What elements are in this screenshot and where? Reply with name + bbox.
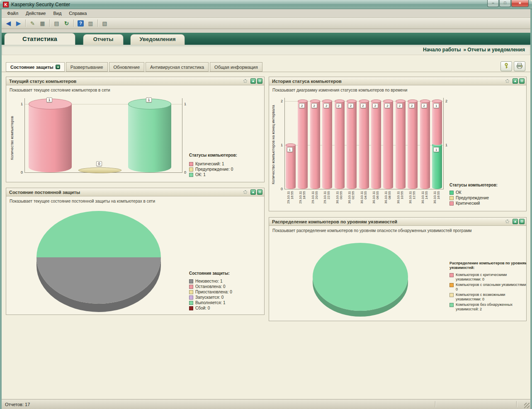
report-icon: ▤ [54,20,59,27]
panel-realtime-protection-status: Состояние постоянной защиты ▲ ⚙ Показыва… [6,188,265,315]
axis-line [284,98,285,189]
x-axis-label: 30.10.11 08:55 [384,191,392,211]
bar-value-label: 2 [311,103,317,108]
y-axis-title: Количество компьютеров на конец интервал… [271,95,275,194]
collapse-icon: ▲ [514,79,517,83]
panel-title: История статуса компьютеров [272,79,505,84]
statusbar-separator [516,401,517,407]
legend-swatch [189,162,193,166]
breadcrumb-link-getting-started[interactable]: Начало работы [423,47,461,53]
panel-settings-button[interactable]: ⚙ [257,78,262,84]
close-button[interactable]: × [511,0,529,7]
legend-swatch [189,173,193,177]
collapse-panel-button[interactable]: ▲ [513,78,518,84]
panel-title: Текущий статус компьютеров [9,79,243,84]
legend-swatch [189,301,193,305]
legend-title: Распределение компьютеров по уровням уяз… [449,261,527,270]
panel-computer-status-history: История статуса компьютеров ▲ ⚙ Показыва… [269,77,527,211]
panel-settings-button[interactable]: ⚙ [519,78,525,84]
bar-top-ellipse [310,99,320,103]
bar-top-ellipse [420,99,430,103]
bar-value-label: 2 [421,103,427,108]
gear-icon: ⚙ [520,79,523,83]
collapse-panel-button[interactable]: ▲ [250,189,256,195]
x-axis-label: 30.10.11 10:55 [396,191,405,211]
toolbar: ◀▶✎▦▤↻?▥▧ [2,18,530,29]
collapse-icon: ▲ [252,190,255,194]
axis-tick-label: 0 [14,170,23,174]
axis-tick-label: 2 [445,99,454,103]
x-axis-label: 30.10.11 04:55 [360,191,368,211]
subtab-general-info[interactable]: Общая информация [210,62,262,72]
bar-segment [322,101,332,189]
menu-view[interactable]: Вид [49,10,65,17]
panel-title: Распределение компьютеров по уровням уяз… [272,219,505,224]
loading-spinner-icon [243,79,247,83]
license-key-button[interactable] [500,61,512,71]
axis-tick-label: 1 [14,102,23,106]
key-icon [503,63,510,70]
bar-segment [347,101,357,189]
legend-label: Компьютеров без обнаруженных уязвимостей… [456,303,527,312]
legend-label: Запускается: 0 [195,295,223,300]
update-button[interactable]: ✎ [28,19,37,28]
legend-swatch [449,303,454,307]
legend-item: ОК: 1 [189,172,206,177]
statusbar-separator [435,401,435,407]
subtab-label: Антивирусная статистика [150,65,204,70]
print-report-button[interactable] [514,61,525,71]
menu-action[interactable]: Действие [22,10,49,17]
refresh-button[interactable]: ↻ [62,19,71,28]
bar-top-ellipse [335,99,345,103]
back-button[interactable]: ◀ [4,19,13,28]
panel-settings-button[interactable]: ⚙ [257,189,262,195]
tab-reports[interactable]: Отчеты [83,34,124,45]
tab-notifications[interactable]: Уведомления [130,34,185,45]
help-button[interactable]: ? [76,19,85,28]
panel-settings-button[interactable]: ⚙ [519,219,525,224]
bar-top-ellipse [322,99,332,103]
x-axis-label: 29.10.11 16:55 [287,191,295,211]
bar-value-label: 1 [433,147,439,152]
breadcrumb-current-reports[interactable]: Отчеты и уведомления [467,47,525,53]
x-axis-label: 29.10.11 22:55 [323,191,331,211]
panel-subtitle: Показывает текущее состояние постоянной … [10,199,155,203]
bar-value-label: 2 [299,103,305,108]
subtab-deployment[interactable]: Развертывание [66,62,108,72]
menu-help[interactable]: Справка [65,10,90,17]
legend-item: Запускается: 0 [189,295,223,300]
collapse-icon: ▲ [514,220,517,223]
panel-title: Состояние постоянной защиты [9,190,243,195]
maximize-button[interactable]: □ [499,0,511,7]
bar-value-label: 2 [336,103,342,108]
y-axis-title: Количество компьютеров [10,105,14,171]
forward-button[interactable]: ▶ [14,19,23,28]
menu-file[interactable]: Файл [3,10,22,17]
minimize-button[interactable]: – [487,0,499,7]
export-button[interactable]: ▧ [100,19,109,28]
legend-item: Компьютеров с опасными уязвимостями: 0 [449,283,527,292]
legend-swatch [449,293,454,297]
axis-tick-label: 1 [445,143,454,147]
view-columns-button[interactable]: ▦ [38,19,47,28]
report-button[interactable]: ▤ [52,19,61,28]
tab-strip-band [2,33,530,45]
bar-zero-ellipse [78,167,121,173]
collapse-panel-button[interactable]: ▲ [513,219,518,224]
protection-state-pie-chart: Состояния защиты:Неизвестно: 1Остановлен… [6,204,264,315]
subtab-antivirus-statistics[interactable]: Антивирусная статистика [146,62,209,72]
title-bar[interactable]: K Kaspersky Security Center – □ × [0,0,532,9]
console-view-button[interactable]: ▥ [86,19,95,28]
legend-item: Компьютеров без обнаруженных уязвимостей… [449,303,527,312]
subtab-label: Состояние защиты [10,65,53,70]
tab-statistics[interactable]: Статистика [4,33,75,45]
bar-value-label: 2 [360,103,366,108]
pie-chart [6,204,264,315]
legend-swatch [189,306,193,310]
collapse-panel-button[interactable]: ▲ [250,78,256,84]
bar-segment [371,101,381,189]
subtab-update[interactable]: Обновление [109,62,145,72]
bar-value-label: 2 [323,103,329,108]
resize-grip[interactable] [524,403,530,408]
subtab-protection-status[interactable]: Состояние защиты [6,62,65,72]
